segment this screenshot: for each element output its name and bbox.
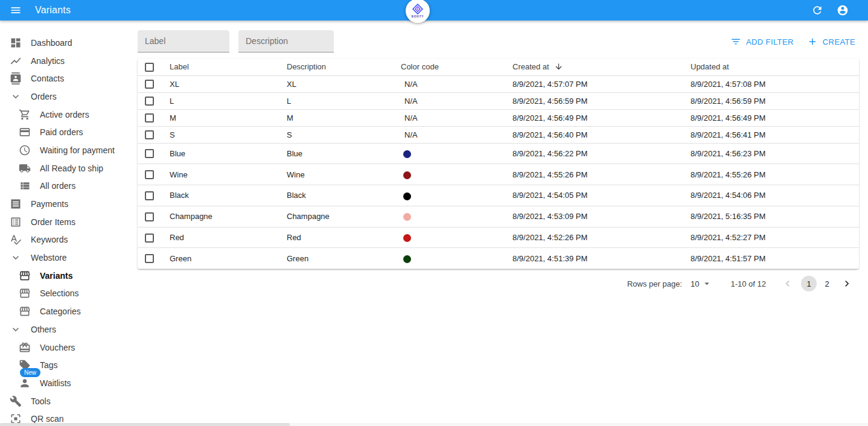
variants-table: LabelDescriptionColor codeCreated atUpda… (138, 59, 859, 269)
table-row[interactable]: LLN/A8/9/2021, 4:56:59 PM8/9/2021, 4:56:… (138, 92, 859, 109)
add-filter-button[interactable]: ADD FILTER (727, 34, 797, 49)
chevron-right-icon (841, 278, 853, 290)
column-header-color-code[interactable]: Color code (401, 59, 512, 75)
next-page-button[interactable] (840, 276, 854, 291)
table-row[interactable]: GreenGreen8/9/2021, 4:51:39 PM8/9/2021, … (138, 248, 859, 269)
color-dot (403, 192, 411, 200)
sidebar-item-all-orders[interactable]: All orders (0, 177, 133, 196)
new-badge: New (20, 368, 40, 377)
pagination: Rows per page: 10 1-10 of 12 12 (138, 272, 859, 296)
table-row[interactable]: SSN/A8/9/2021, 4:56:40 PM8/9/2021, 4:56:… (138, 126, 859, 143)
row-checkbox[interactable] (145, 234, 154, 243)
color-dot (403, 150, 411, 158)
refresh-button[interactable] (811, 4, 823, 16)
sidebar-item-waiting-for-payment[interactable]: Waiting for payment (0, 141, 133, 159)
sidebar-item-vouchers[interactable]: Vouchers (0, 339, 133, 357)
cell-label: Blue (170, 143, 287, 164)
cell-label: L (170, 92, 287, 109)
sidebar: DashboardAnalyticsContactsOrdersActive o… (0, 21, 133, 426)
list-alt-icon (10, 216, 22, 228)
prev-page-button[interactable] (780, 276, 795, 291)
logo-text: BOXITY (412, 15, 424, 18)
column-header-created-at[interactable]: Created at (512, 59, 691, 75)
sidebar-item-label: Payments (31, 199, 68, 209)
horizontal-scrollbar[interactable] (0, 423, 868, 426)
sidebar-item-webstore[interactable]: Webstore (0, 249, 133, 267)
row-checkbox[interactable] (145, 191, 154, 200)
sidebar-item-label: Contacts (31, 74, 64, 83)
chevron-down-icon (10, 91, 22, 103)
column-label: Created at (512, 62, 549, 71)
cell-updated-at: 8/9/2021, 4:54:06 PM (691, 185, 859, 206)
arrow-drop-down-icon (701, 278, 712, 289)
sidebar-item-categories[interactable]: Categories (0, 302, 133, 320)
rows-per-page-value: 10 (691, 279, 699, 288)
row-checkbox-cell (138, 109, 170, 126)
storefront-icon (19, 305, 31, 317)
person-icon (19, 377, 31, 389)
row-checkbox[interactable] (145, 170, 154, 179)
table-row[interactable]: BlackBlack8/9/2021, 4:54:05 PM8/9/2021, … (138, 185, 859, 206)
page-2-button[interactable]: 2 (819, 276, 835, 291)
table-row[interactable]: RedRed8/9/2021, 4:52:26 PM8/9/2021, 4:52… (138, 227, 859, 248)
menu-button[interactable] (10, 4, 22, 16)
cell-color-code (401, 248, 512, 269)
sidebar-item-active-orders[interactable]: Active orders (0, 106, 133, 124)
table-row[interactable]: XLXLN/A8/9/2021, 4:57:07 PM8/9/2021, 4:5… (138, 75, 859, 92)
column-header-description[interactable]: Description (287, 59, 401, 75)
row-checkbox[interactable] (145, 254, 154, 263)
label-filter-input[interactable] (138, 30, 229, 52)
sidebar-item-others[interactable]: Others (0, 320, 133, 339)
sidebar-item-analytics[interactable]: Analytics (0, 52, 133, 70)
row-checkbox[interactable] (145, 130, 154, 139)
cell-updated-at: 8/9/2021, 5:16:35 PM (691, 206, 859, 227)
sidebar-item-orders[interactable]: Orders (0, 87, 133, 106)
sidebar-item-paid-orders[interactable]: Paid orders (0, 123, 133, 141)
account-button[interactable] (837, 4, 849, 16)
sidebar-item-payments[interactable]: Payments (0, 195, 133, 213)
column-header-label[interactable]: Label (170, 59, 287, 75)
create-button[interactable]: CREATE (803, 34, 859, 49)
cell-color-code: N/A (401, 92, 512, 109)
sidebar-item-contacts[interactable]: Contacts (0, 69, 133, 87)
row-checkbox-cell (138, 126, 170, 143)
sidebar-item-label: QR scan (31, 414, 63, 424)
cell-updated-at: 8/9/2021, 4:56:41 PM (691, 126, 859, 143)
chevron-down-icon (10, 323, 22, 335)
sidebar-item-label: Others (31, 325, 56, 334)
page-1-button[interactable]: 1 (801, 276, 817, 291)
sidebar-item-variants[interactable]: Variants (0, 267, 133, 285)
chevron-down-icon (10, 252, 22, 264)
cell-description: Wine (287, 164, 401, 185)
cell-updated-at: 8/9/2021, 4:56:23 PM (691, 143, 859, 164)
cell-color-code (401, 227, 512, 248)
app-logo[interactable]: BOXITY (406, 0, 430, 23)
sidebar-item-waitlists[interactable]: NewWaitlists (0, 374, 133, 392)
table-row[interactable]: ChampagneChampagne8/9/2021, 4:53:09 PM8/… (138, 206, 859, 227)
select-all-checkbox[interactable] (145, 63, 154, 72)
page-title: Variants (35, 5, 71, 16)
table-row[interactable]: MMN/A8/9/2021, 4:56:49 PM8/9/2021, 4:56:… (138, 109, 859, 126)
row-checkbox[interactable] (145, 212, 154, 221)
table-row[interactable]: WineWine8/9/2021, 4:55:26 PM8/9/2021, 4:… (138, 164, 859, 185)
description-filter-input[interactable] (238, 30, 334, 52)
sidebar-item-keywords[interactable]: Keywords (0, 231, 133, 249)
cell-updated-at: 8/9/2021, 4:56:59 PM (691, 92, 859, 109)
sidebar-item-dashboard[interactable]: Dashboard (0, 34, 133, 52)
column-header-updated-at[interactable]: Updated at (691, 59, 859, 75)
row-checkbox[interactable] (145, 113, 154, 122)
row-checkbox[interactable] (145, 80, 154, 89)
sidebar-item-label: Order Items (31, 217, 75, 227)
sidebar-item-tools[interactable]: Tools (0, 392, 133, 410)
sidebar-item-order-items[interactable]: Order Items (0, 213, 133, 231)
cell-created-at: 8/9/2021, 4:54:05 PM (512, 185, 691, 206)
sidebar-item-selections[interactable]: Selections (0, 285, 133, 303)
sidebar-item-all-ready-to-ship[interactable]: All Ready to ship (0, 159, 133, 177)
table-row[interactable]: BlueBlue8/9/2021, 4:56:22 PM8/9/2021, 4:… (138, 143, 859, 164)
row-checkbox[interactable] (145, 97, 154, 106)
rows-per-page-select[interactable]: 10 (691, 278, 712, 289)
row-checkbox-cell (138, 227, 170, 248)
scrollbar-thumb[interactable] (0, 423, 290, 426)
analytics-icon (10, 55, 22, 67)
row-checkbox[interactable] (145, 149, 154, 158)
